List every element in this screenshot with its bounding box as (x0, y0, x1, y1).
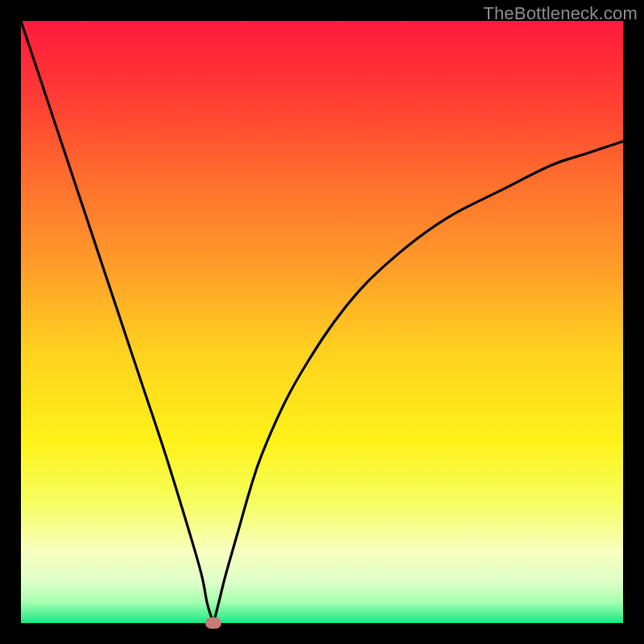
chart-plot (21, 21, 623, 623)
gradient-background (21, 21, 623, 623)
minimum-marker (205, 617, 221, 629)
watermark-text: TheBottleneck.com (483, 3, 638, 24)
chart-frame (21, 21, 623, 623)
